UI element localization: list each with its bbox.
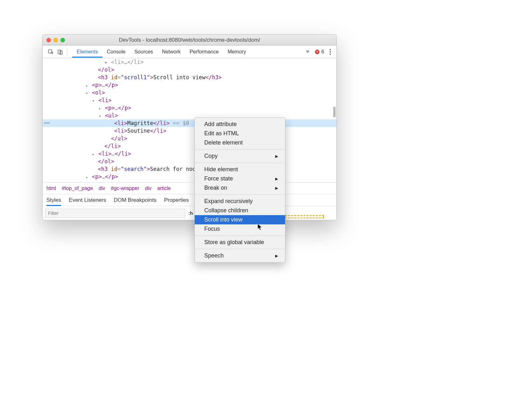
error-icon: ✕ — [315, 50, 319, 54]
dom-line[interactable]: ▾ <ul> — [43, 112, 336, 119]
panel-tabs: ElementsConsoleSourcesNetworkPerformance… — [72, 46, 304, 58]
context-menu-label: Scroll into view — [204, 216, 242, 223]
subtab-event-listeners[interactable]: Event Listeners — [69, 197, 106, 206]
breadcrumb-item[interactable]: #gc-wrapper — [111, 186, 139, 191]
context-menu-add-attribute[interactable]: Add attribute — [195, 120, 285, 129]
settings-kebab-icon[interactable] — [327, 49, 333, 55]
dom-line[interactable]: ▾ <li> — [43, 96, 336, 104]
context-menu-label: Hide element — [204, 166, 238, 173]
context-menu-label: Expand recursively — [204, 198, 253, 205]
context-menu-hide-element[interactable]: Hide element — [195, 165, 285, 174]
context-menu-label: Force state — [204, 175, 233, 182]
context-menu-label: Collapse children — [204, 207, 248, 214]
tab-console[interactable]: Console — [102, 46, 130, 58]
context-menu-label: Copy — [204, 153, 218, 159]
context-menu-focus[interactable]: Focus — [195, 224, 285, 234]
context-menu-separator — [195, 236, 285, 236]
minimize-window-button[interactable] — [53, 38, 58, 42]
dom-line[interactable]: ▾ <ol> — [43, 89, 336, 96]
submenu-arrow-icon: ▶ — [275, 254, 278, 258]
subtab-styles[interactable]: Styles — [46, 197, 61, 206]
context-menu-edit-as-html[interactable]: Edit as HTML — [195, 129, 285, 138]
tab-performance[interactable]: Performance — [185, 46, 223, 58]
context-menu-label: Break on — [204, 185, 227, 191]
breadcrumb-item[interactable]: div — [99, 186, 105, 191]
tab-network[interactable]: Network — [158, 46, 185, 58]
dom-tree[interactable]: ▸ <li>…</li> </ol> <h3 id="scroll1">Scro… — [43, 58, 336, 182]
context-menu-expand-recursively[interactable]: Expand recursively — [195, 197, 285, 206]
more-tabs-chevron-icon[interactable] — [304, 48, 312, 56]
styles-subtabs: StylesEvent ListenersDOM BreakpointsProp… — [43, 194, 336, 206]
devtools-window: DevTools - localhost:8080/web/tools/chro… — [42, 34, 337, 220]
context-menu-force-state[interactable]: Force state▶ — [195, 174, 285, 183]
error-count[interactable]: ✕ 6 — [315, 49, 324, 55]
submenu-arrow-icon: ▶ — [275, 177, 278, 181]
styles-filter-input[interactable] — [45, 209, 185, 218]
subtab-dom-breakpoints[interactable]: DOM Breakpoints — [114, 197, 156, 206]
context-menu-scroll-into-view[interactable]: Scroll into view — [195, 215, 285, 224]
margin-overlay — [285, 215, 324, 218]
cursor-icon — [257, 223, 263, 231]
device-toggle-icon[interactable] — [55, 47, 65, 57]
tab-memory[interactable]: Memory — [223, 46, 250, 58]
dom-line[interactable]: ▸ <p>…</p> — [43, 81, 336, 89]
tab-sources[interactable]: Sources — [130, 46, 158, 58]
context-menu-speech[interactable]: Speech▶ — [195, 251, 285, 260]
context-menu-label: Edit as HTML — [204, 130, 239, 137]
inspect-element-icon[interactable] — [46, 47, 55, 57]
subtab-properties[interactable]: Properties — [164, 197, 189, 206]
submenu-arrow-icon: ▶ — [275, 154, 278, 158]
toggle-hover-button[interactable]: :h — [188, 210, 193, 216]
scrollbar-thumb[interactable] — [333, 107, 336, 117]
svg-rect-1 — [58, 50, 61, 54]
toolbar: ElementsConsoleSourcesNetworkPerformance… — [43, 46, 336, 58]
context-menu-separator — [195, 194, 285, 195]
dom-line[interactable]: ▸ <p>…</p> — [43, 104, 336, 112]
breadcrumb-item[interactable]: div — [145, 186, 151, 191]
dom-line[interactable]: </li> — [43, 142, 336, 150]
dom-line[interactable]: </ul> — [43, 135, 336, 142]
submenu-arrow-icon: ▶ — [275, 186, 278, 190]
traffic-lights — [46, 38, 65, 42]
breadcrumb-item[interactable]: article — [157, 186, 171, 191]
window-title: DevTools - localhost:8080/web/tools/chro… — [43, 37, 336, 43]
zoom-window-button[interactable] — [60, 38, 65, 42]
titlebar: DevTools - localhost:8080/web/tools/chro… — [43, 35, 336, 46]
context-menu-store-as-global-variable[interactable]: Store as global variable — [195, 238, 285, 247]
separator — [67, 48, 67, 56]
breadcrumb-item[interactable]: html — [46, 186, 56, 191]
context-menu-label: Delete element — [204, 139, 243, 146]
context-menu-label: Store as global variable — [204, 239, 264, 246]
context-menu-separator — [195, 149, 285, 150]
context-menu-copy[interactable]: Copy▶ — [195, 151, 285, 161]
dom-line[interactable]: <li>Magritte</li> == $0 — [43, 119, 336, 127]
error-count-value: 6 — [321, 49, 324, 55]
context-menu-separator — [195, 163, 285, 163]
close-window-button[interactable] — [46, 38, 51, 42]
breadcrumb: html#top_of_pagediv#gc-wrapperdivarticle — [43, 182, 336, 194]
context-menu-delete-element[interactable]: Delete element — [195, 138, 285, 147]
dom-line[interactable]: ▸ <li>…</li> — [43, 150, 336, 158]
context-menu-break-on[interactable]: Break on▶ — [195, 183, 285, 193]
breadcrumb-item[interactable]: #top_of_page — [62, 186, 93, 191]
dom-line[interactable]: <li>Soutine</li> — [43, 127, 336, 135]
context-menu-collapse-children[interactable]: Collapse children — [195, 206, 285, 215]
context-menu: Add attributeEdit as HTMLDelete elementC… — [194, 117, 285, 263]
dom-line[interactable]: </ol> — [43, 158, 336, 165]
dom-line[interactable]: </ol> — [43, 66, 336, 74]
context-menu-label: Focus — [204, 226, 220, 232]
context-menu-label: Add attribute — [204, 121, 237, 128]
context-menu-label: Speech — [204, 252, 224, 259]
tab-elements[interactable]: Elements — [72, 46, 102, 58]
dom-line[interactable]: <h3 id="search">Search for node — [43, 165, 336, 173]
dom-line[interactable]: <h3 id="scroll1">Scroll into view</h3> — [43, 74, 336, 81]
context-menu-separator — [195, 249, 285, 249]
dom-line[interactable]: ▸ <p>…</p> — [43, 173, 336, 180]
dom-line[interactable]: ▸ <li>…</li> — [43, 58, 336, 66]
